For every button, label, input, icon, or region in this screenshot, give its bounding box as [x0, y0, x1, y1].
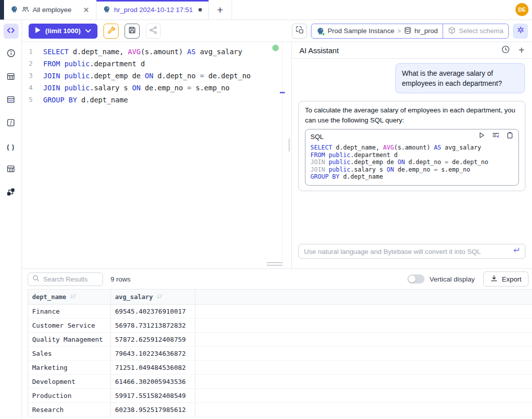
batch-mode-button[interactable]: [292, 24, 307, 39]
history-icon[interactable]: [501, 45, 510, 55]
table-row[interactable]: Research60238.952517985612: [28, 403, 532, 417]
results-panel: Search Results 9 rows Vertical display E…: [22, 268, 532, 419]
cell-dept-name[interactable]: Customer Service: [28, 319, 111, 332]
assistant-response-text: To calculate the average salary of emplo…: [305, 105, 519, 125]
column-header-dept_name[interactable]: dept_name: [28, 290, 111, 304]
cell-avg-salary[interactable]: 61466.302005943536: [111, 375, 195, 388]
column-header-filler: [195, 290, 532, 304]
cell-dept-name[interactable]: Development: [28, 375, 111, 388]
sql-line[interactable]: 5GROUP BY d.dept_name: [22, 94, 291, 106]
ai-prompt-input[interactable]: Use natural language and Bytebase will c…: [298, 244, 525, 259]
return-icon[interactable]: [512, 247, 520, 256]
horizontal-splitter-handle[interactable]: [267, 262, 282, 265]
sidebar-item-tables[interactable]: [4, 70, 19, 85]
sql-editor[interactable]: 1SELECT d.dept_name, AVG(s.amount) AS av…: [22, 42, 291, 268]
sidebar-item-external-tables[interactable]: [4, 162, 19, 177]
cell-avg-salary[interactable]: 69545.402376910017: [111, 305, 195, 318]
cell-avg-salary[interactable]: 79643.102234636872: [111, 347, 195, 360]
format-sql-button[interactable]: [103, 24, 119, 39]
table-row[interactable]: Quality Management57872.625912408759: [28, 333, 532, 347]
share-button[interactable]: [146, 24, 161, 39]
column-header-avg_salary[interactable]: avg_salary: [111, 290, 195, 304]
sql-line[interactable]: 4JOIN public.salary s ON de.emp_no = s.e…: [22, 82, 291, 94]
database-selector[interactable]: Prod Sample Instance > hr_prod: [311, 24, 443, 38]
sidebar-item-schema-diagram[interactable]: [4, 185, 19, 200]
database-name: hr_prod: [414, 27, 438, 35]
cell-dept-name[interactable]: Research: [28, 403, 111, 416]
breadcrumb-separator: >: [397, 28, 401, 35]
cell-avg-salary[interactable]: 59917.551582408549: [111, 389, 195, 402]
table-row[interactable]: Production59917.551582408549: [28, 389, 532, 403]
table-row[interactable]: Finance69545.402376910017: [28, 305, 532, 319]
cell-dept-name[interactable]: Marketing: [28, 361, 111, 374]
plus-icon: +: [217, 4, 223, 16]
code-language-label: SQL: [310, 132, 324, 142]
copy-code-icon[interactable]: [506, 131, 513, 142]
sidebar-item-functions[interactable]: f: [4, 116, 19, 131]
postgres-icon: [103, 6, 111, 15]
close-tab-icon[interactable]: ✕: [83, 6, 89, 14]
cell-avg-salary[interactable]: 71251.049484536082: [111, 361, 195, 374]
cell-avg-salary[interactable]: 57872.625912408759: [111, 333, 195, 346]
unsaved-dot: [198, 8, 202, 12]
sort-icon[interactable]: [156, 293, 163, 301]
toolbar-right: Prod Sample Instance > hr_prod Select sc…: [292, 24, 528, 39]
sql-line[interactable]: 3JOIN public.dept_emp de ON d.dept_no = …: [22, 70, 291, 82]
table-icon: [7, 165, 15, 175]
sidebar-item-data[interactable]: [4, 93, 19, 108]
run-label: (limit 1000): [45, 27, 81, 35]
line-number: 3: [22, 70, 39, 82]
editor-toolbar: (limit 1000): [22, 20, 532, 42]
new-chat-icon[interactable]: +: [518, 45, 524, 55]
cell-filler: [195, 319, 532, 332]
search-placeholder: Search Results: [43, 275, 87, 283]
cell-dept-name[interactable]: Sales: [28, 347, 111, 360]
results-header: Search Results 9 rows Vertical display E…: [22, 269, 532, 289]
table-row[interactable]: Sales79643.102234636872: [28, 347, 532, 361]
user-avatar[interactable]: DE: [515, 3, 528, 16]
sql-line: JOIN public.dept_emp de ON d.dept_no = d…: [310, 159, 513, 166]
tab-hr-prod[interactable]: hr_prod 2024-10-12 17:51: [96, 0, 209, 20]
sql-line: FROM public.department d: [310, 152, 513, 159]
cell-filler: [195, 361, 532, 374]
ai-assistant-button[interactable]: [513, 24, 528, 39]
table-row[interactable]: Development61466.302005943536: [28, 375, 532, 389]
sidebar-item-editor[interactable]: [4, 24, 19, 39]
sql-line: JOIN public.salary s ON de.emp_no = s.em…: [310, 166, 513, 174]
cell-filler: [195, 375, 532, 388]
run-query-button[interactable]: (limit 1000): [29, 24, 97, 39]
sidebar-item-info[interactable]: [4, 47, 19, 62]
sql-line[interactable]: 1SELECT d.dept_name, AVG(s.amount) AS av…: [22, 46, 291, 58]
table-row[interactable]: Marketing71251.049484536082: [28, 361, 532, 375]
new-tab-button[interactable]: +: [209, 0, 232, 20]
save-sheet-button[interactable]: [125, 24, 140, 39]
cell-avg-salary[interactable]: 56978.731213872832: [111, 319, 195, 332]
sql-line[interactable]: 2FROM public.department d: [22, 58, 291, 70]
sql-code-block: SQL SELECT d.dept_name, AVG(s.amount): [305, 129, 519, 186]
batch-icon: [295, 26, 304, 36]
cell-dept-name[interactable]: Finance: [28, 305, 111, 318]
schema-placeholder: Select schema: [459, 27, 503, 35]
export-button[interactable]: Export: [483, 271, 528, 287]
parentheses-icon: ( ): [7, 143, 15, 151]
search-icon: [32, 274, 40, 284]
cell-dept-name[interactable]: Quality Management: [28, 333, 111, 346]
line-number: 2: [22, 58, 39, 70]
table-row[interactable]: Customer Service56978.731213872832: [28, 319, 532, 333]
insert-code-icon[interactable]: [492, 131, 500, 142]
schema-selector[interactable]: Select schema: [443, 24, 508, 38]
online-status-dot: [322, 33, 325, 36]
search-results-input[interactable]: Search Results: [28, 272, 103, 286]
cell-avg-salary[interactable]: 60238.952517985612: [111, 403, 195, 416]
row-count: 9 rows: [111, 275, 131, 283]
corner-strip: [0, 0, 4, 20]
sort-icon[interactable]: [70, 293, 76, 301]
sidebar-item-procedures[interactable]: ( ): [4, 139, 19, 154]
sql-editor-app: All employee ✕ hr_prod 2024-10-12 17:51 …: [0, 0, 532, 419]
cell-dept-name[interactable]: Production: [28, 389, 111, 402]
tab-all-employee[interactable]: All employee ✕: [4, 0, 96, 20]
vertical-display-toggle[interactable]: [407, 274, 424, 284]
run-code-icon[interactable]: [478, 131, 485, 142]
svg-text:f: f: [10, 120, 12, 125]
connection-status-dot: [272, 45, 279, 51]
